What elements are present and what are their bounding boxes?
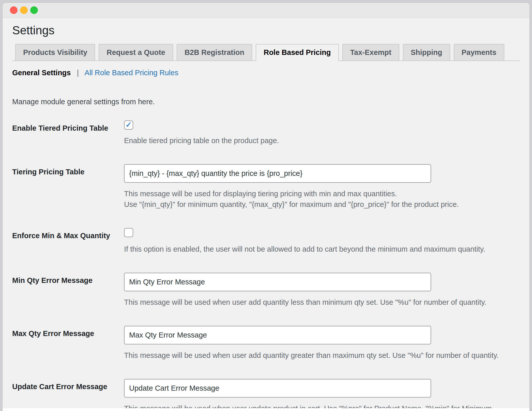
setting-row-enforce-min-max-quantity: Enforce Min & Max QuantityIf this option… bbox=[12, 228, 520, 254]
settings-page: Settings Products VisibilityRequest a Qu… bbox=[3, 18, 529, 408]
close-button[interactable] bbox=[10, 6, 18, 14]
update-cart-error-message-label: Update Cart Error Message bbox=[12, 379, 124, 408]
max-qty-error-message-field: This message will be used when user add … bbox=[124, 326, 520, 361]
tiering-pricing-table-description: This message will be used for displaying… bbox=[124, 188, 520, 199]
enable-tiered-pricing-table-description: Enable tiered pricing table on the produ… bbox=[124, 135, 520, 146]
tab-shipping[interactable]: Shipping bbox=[403, 44, 450, 60]
setting-row-tiering-pricing-table: Tiering Pricing TableThis message will b… bbox=[12, 164, 520, 210]
page-title: Settings bbox=[12, 23, 520, 37]
minimize-button[interactable] bbox=[20, 6, 28, 14]
enable-tiered-pricing-table-checkbox[interactable]: ✓ bbox=[124, 120, 133, 130]
max-qty-error-message-input[interactable] bbox=[124, 326, 431, 344]
tab-role-based-pricing[interactable]: Role Based Pricing bbox=[256, 44, 339, 61]
tiering-pricing-table-input[interactable] bbox=[124, 164, 431, 183]
update-cart-error-message-input[interactable] bbox=[124, 379, 431, 398]
titlebar bbox=[3, 3, 529, 18]
max-qty-error-message-label: Max Qty Error Message bbox=[12, 326, 124, 361]
intro-text: Manage module general settings from here… bbox=[12, 98, 520, 106]
enforce-min-max-quantity-checkbox[interactable] bbox=[124, 228, 133, 237]
max-qty-error-message-description: This message will be used when user add … bbox=[124, 350, 520, 361]
tab-products-visibility[interactable]: Products Visibility bbox=[15, 44, 95, 60]
maximize-button[interactable] bbox=[30, 6, 38, 14]
enforce-min-max-quantity-field: If this option is enabled, the user will… bbox=[124, 228, 520, 254]
checkmark-icon: ✓ bbox=[125, 121, 132, 129]
setting-row-enable-tiered-pricing-table: Enable Tiered Pricing Table✓Enable tiere… bbox=[12, 120, 520, 146]
min-qty-error-message-label: Min Qty Error Message bbox=[12, 273, 124, 308]
subnav-general-settings[interactable]: General Settings bbox=[12, 69, 71, 77]
tab-bar: Products VisibilityRequest a QuoteB2B Re… bbox=[12, 44, 520, 61]
tab-payments[interactable]: Payments bbox=[454, 44, 504, 60]
tab-b2b-registration[interactable]: B2B Registration bbox=[177, 44, 252, 60]
footer-strip bbox=[3, 408, 529, 411]
update-cart-error-message-description: This message will be used when user upda… bbox=[124, 403, 520, 408]
subnav: General Settings | All Role Based Pricin… bbox=[12, 69, 520, 77]
enforce-min-max-quantity-description: If this option is enabled, the user will… bbox=[124, 244, 520, 254]
min-qty-error-message-field: This message will be used when user add … bbox=[124, 273, 520, 308]
tiering-pricing-table-description: Use "{min_qty}" for minimum quantity, "{… bbox=[124, 199, 520, 210]
settings-window: Settings Products VisibilityRequest a Qu… bbox=[2, 3, 530, 411]
subnav-all-role-based-pricing-rules-link[interactable]: All Role Based Pricing Rules bbox=[85, 69, 178, 77]
setting-row-max-qty-error-message: Max Qty Error MessageThis message will b… bbox=[12, 326, 520, 361]
setting-row-min-qty-error-message: Min Qty Error MessageThis message will b… bbox=[12, 273, 520, 308]
tiering-pricing-table-label: Tiering Pricing Table bbox=[12, 164, 124, 210]
subnav-separator: | bbox=[77, 69, 79, 77]
enable-tiered-pricing-table-label: Enable Tiered Pricing Table bbox=[12, 120, 124, 146]
tab-tax-exempt[interactable]: Tax-Exempt bbox=[342, 44, 399, 60]
min-qty-error-message-description: This message will be used when user add … bbox=[124, 297, 520, 308]
tab-request-a-quote[interactable]: Request a Quote bbox=[99, 44, 173, 60]
min-qty-error-message-input[interactable] bbox=[124, 273, 431, 291]
setting-row-update-cart-error-message: Update Cart Error MessageThis message wi… bbox=[12, 379, 520, 408]
tiering-pricing-table-field: This message will be used for displaying… bbox=[124, 164, 520, 210]
enforce-min-max-quantity-label: Enforce Min & Max Quantity bbox=[12, 228, 124, 254]
update-cart-error-message-field: This message will be used when user upda… bbox=[124, 379, 520, 408]
enable-tiered-pricing-table-field: ✓Enable tiered pricing table on the prod… bbox=[124, 120, 520, 146]
settings-form: Enable Tiered Pricing Table✓Enable tiere… bbox=[12, 120, 520, 408]
